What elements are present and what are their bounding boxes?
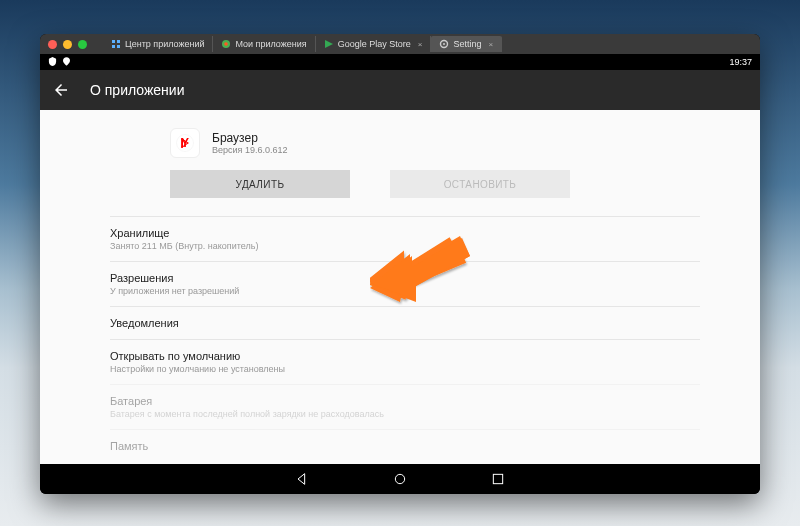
section-permissions[interactable]: Разрешения У приложения нет разрешений [110, 261, 700, 306]
svg-point-8 [443, 43, 445, 45]
section-subtitle: Батарея с момента последней полной заряд… [110, 409, 700, 419]
tab-app-center[interactable]: Центр приложений [103, 36, 213, 52]
tab-settings[interactable]: Setting × [431, 36, 502, 52]
content-area: Y Браузер Версия 19.6.0.612 УДАЛИТЬ ОСТА… [40, 110, 760, 464]
maximize-window-button[interactable] [78, 40, 87, 49]
app-icon: Y [170, 128, 200, 158]
tab-close-icon[interactable]: × [418, 40, 423, 49]
section-title: Батарея [110, 395, 700, 407]
svg-rect-0 [112, 40, 115, 43]
app-center-icon [111, 39, 121, 49]
play-store-icon [324, 39, 334, 49]
location-icon [63, 57, 70, 68]
section-memory[interactable]: Память [110, 429, 700, 462]
section-open-by-default[interactable]: Открывать по умолчанию Настройки по умол… [110, 339, 700, 384]
svg-rect-2 [112, 45, 115, 48]
section-notifications[interactable]: Уведомления [110, 306, 700, 339]
emulator-window: Центр приложений Мои приложения Google P… [40, 34, 760, 494]
tab-label: Центр приложений [125, 39, 204, 49]
shield-icon [48, 57, 57, 68]
section-title: Память [110, 440, 700, 452]
section-title: Открывать по умолчанию [110, 350, 700, 362]
tab-play-store[interactable]: Google Play Store × [316, 36, 432, 52]
tab-close-icon[interactable]: × [488, 40, 493, 49]
force-stop-button[interactable]: ОСТАНОВИТЬ [390, 170, 570, 198]
page-title: О приложении [90, 82, 184, 98]
android-status-bar: 19:37 [40, 54, 760, 70]
my-apps-icon [221, 39, 231, 49]
svg-rect-3 [117, 45, 120, 48]
uninstall-button[interactable]: УДАЛИТЬ [170, 170, 350, 198]
section-storage[interactable]: Хранилище Занято 211 МБ (Внутр. накопите… [110, 216, 700, 261]
app-info-row: Y Браузер Версия 19.6.0.612 [170, 128, 700, 158]
section-subtitle: Занято 211 МБ (Внутр. накопитель) [110, 241, 700, 251]
nav-home-button[interactable] [391, 470, 409, 488]
traffic-lights [48, 40, 87, 49]
svg-text:Y: Y [181, 136, 189, 150]
svg-rect-19 [493, 474, 502, 483]
section-title: Уведомления [110, 317, 700, 329]
svg-rect-1 [117, 40, 120, 43]
app-header: О приложении [40, 70, 760, 110]
nav-recent-button[interactable] [489, 470, 507, 488]
tab-label: Мои приложения [235, 39, 306, 49]
window-titlebar: Центр приложений Мои приложения Google P… [40, 34, 760, 54]
close-window-button[interactable] [48, 40, 57, 49]
app-name: Браузер [212, 131, 287, 145]
gear-icon [439, 39, 449, 49]
app-meta: Браузер Версия 19.6.0.612 [212, 131, 287, 155]
section-title: Разрешения [110, 272, 700, 284]
back-button[interactable] [52, 81, 70, 99]
section-title: Хранилище [110, 227, 700, 239]
button-row: УДАЛИТЬ ОСТАНОВИТЬ [170, 170, 700, 198]
nav-back-button[interactable] [293, 470, 311, 488]
tab-label: Google Play Store [338, 39, 411, 49]
app-version: Версия 19.6.0.612 [212, 145, 287, 155]
section-subtitle: Настройки по умолчанию не установлены [110, 364, 700, 374]
svg-point-5 [225, 42, 229, 46]
section-battery[interactable]: Батарея Батарея с момента последней полн… [110, 384, 700, 429]
svg-point-18 [395, 474, 404, 483]
tab-label: Setting [453, 39, 481, 49]
svg-marker-6 [325, 40, 333, 48]
android-nav-bar [40, 464, 760, 494]
emulator-tabs: Центр приложений Мои приложения Google P… [103, 36, 502, 52]
section-subtitle: У приложения нет разрешений [110, 286, 700, 296]
tab-my-apps[interactable]: Мои приложения [213, 36, 315, 52]
clock: 19:37 [729, 57, 752, 67]
minimize-window-button[interactable] [63, 40, 72, 49]
